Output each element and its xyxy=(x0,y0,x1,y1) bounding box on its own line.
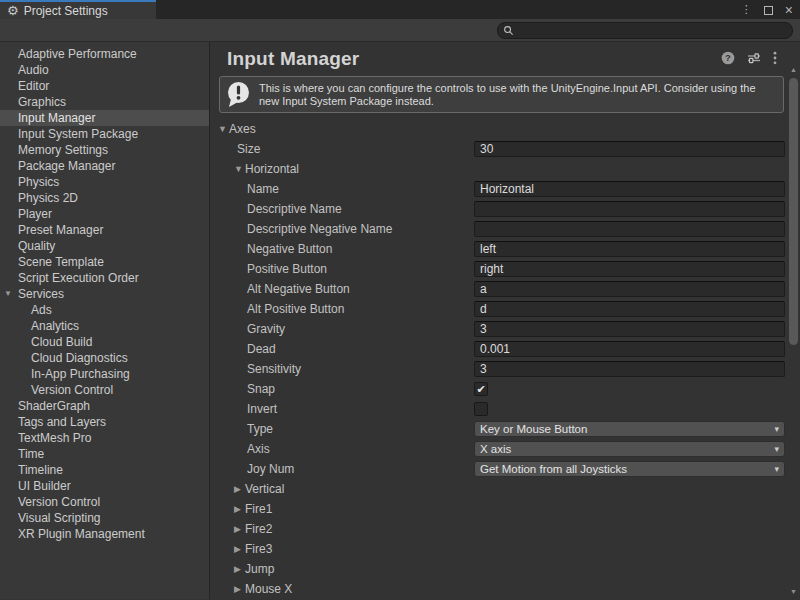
sidebar-item-version-control[interactable]: Version Control xyxy=(0,494,209,510)
axis-dropdown[interactable]: X axis▾ xyxy=(474,441,785,457)
property-label[interactable]: Fire2 xyxy=(245,519,272,539)
sidebar-item-quality[interactable]: Quality xyxy=(0,238,209,254)
sidebar-item-label: Script Execution Order xyxy=(18,271,139,285)
window-controls: ⋮ × xyxy=(741,0,793,19)
property-row-alt-positive-button: Alt Positive Button xyxy=(210,299,787,319)
scroll-down-icon[interactable]: ▼ xyxy=(787,586,800,598)
name-field[interactable] xyxy=(474,181,785,197)
sidebar-item-audio[interactable]: Audio xyxy=(0,62,209,78)
sidebar-item-script-execution-order[interactable]: Script Execution Order xyxy=(0,270,209,286)
sidebar-item-shadergraph[interactable]: ShaderGraph xyxy=(0,398,209,414)
foldout-closed-icon[interactable]: ▶ xyxy=(234,559,245,579)
search-box[interactable] xyxy=(497,22,793,39)
sidebar-item-label: Cloud Build xyxy=(31,335,92,349)
sidebar-item-label: Audio xyxy=(18,63,49,77)
sidebar-item-visual-scripting[interactable]: Visual Scripting xyxy=(0,510,209,526)
dropdown-value: Key or Mouse Button xyxy=(480,423,587,435)
scroll-up-icon[interactable]: ▲ xyxy=(787,64,800,76)
sidebar-item-physics[interactable]: Physics xyxy=(0,174,209,190)
type-dropdown[interactable]: Key or Mouse Button▾ xyxy=(474,421,785,437)
property-label[interactable]: Mouse X xyxy=(245,579,292,599)
foldout-closed-icon[interactable]: ▶ xyxy=(234,519,245,539)
sidebar-item-tags-and-layers[interactable]: Tags and Layers xyxy=(0,414,209,430)
sidebar-item-label: Ads xyxy=(31,303,52,317)
foldout-open-icon[interactable]: ▼ xyxy=(218,119,229,139)
sidebar-item-input-manager[interactable]: Input Manager xyxy=(0,110,209,126)
sidebar-item-label: Scene Template xyxy=(18,255,104,269)
sidebar-item-xr-plugin-management[interactable]: XR Plugin Management xyxy=(0,526,209,542)
sidebar-item-input-system-package[interactable]: Input System Package xyxy=(0,126,209,142)
foldout-closed-icon[interactable]: ▶ xyxy=(234,539,245,559)
sidebar-item-scene-template[interactable]: Scene Template xyxy=(0,254,209,270)
sidebar-item-label: Services xyxy=(18,287,64,301)
sidebar-item-physics-2d[interactable]: Physics 2D xyxy=(0,190,209,206)
sidebar-item-graphics[interactable]: Graphics xyxy=(0,94,209,110)
positive-button-field[interactable] xyxy=(474,261,785,277)
descriptive-name-field[interactable] xyxy=(474,201,785,217)
property-label[interactable]: Axes xyxy=(229,119,256,139)
sidebar-item-services[interactable]: ▼Services xyxy=(0,286,209,302)
sidebar-item-editor[interactable]: Editor xyxy=(0,78,209,94)
sidebar-item-ads[interactable]: Ads xyxy=(0,302,209,318)
joy-num-dropdown[interactable]: Get Motion from all Joysticks▾ xyxy=(474,461,785,477)
sidebar-item-adaptive-performance[interactable]: Adaptive Performance xyxy=(0,46,209,62)
property-label[interactable]: Vertical xyxy=(245,479,284,499)
sidebar-item-label: Input System Package xyxy=(18,127,138,141)
search-input[interactable] xyxy=(517,24,792,37)
property-label[interactable]: Fire1 xyxy=(245,499,272,519)
descriptive-negative-name-field[interactable] xyxy=(474,221,785,237)
more-icon[interactable] xyxy=(773,51,777,65)
foldout-closed-icon[interactable]: ▶ xyxy=(234,479,245,499)
foldout-open-icon[interactable]: ▼ xyxy=(234,159,245,179)
property-label[interactable]: Fire3 xyxy=(245,539,272,559)
property-label[interactable]: Horizontal xyxy=(245,159,299,179)
sidebar-item-analytics[interactable]: Analytics xyxy=(0,318,209,334)
negative-button-field[interactable] xyxy=(474,241,785,257)
sidebar-item-version-control[interactable]: Version Control xyxy=(0,382,209,398)
size-field[interactable] xyxy=(474,141,785,157)
close-icon[interactable]: × xyxy=(785,3,793,17)
sidebar-item-label: Cloud Diagnostics xyxy=(31,351,128,365)
vertical-scrollbar[interactable]: ▲ ▼ xyxy=(787,62,800,599)
maximize-icon[interactable] xyxy=(764,1,773,19)
sidebar-item-ui-builder[interactable]: UI Builder xyxy=(0,478,209,494)
property-label[interactable]: Jump xyxy=(245,559,274,579)
chevron-down-icon: ▾ xyxy=(774,462,779,477)
alt-positive-button-field[interactable] xyxy=(474,301,785,317)
sidebar-item-cloud-diagnostics[interactable]: Cloud Diagnostics xyxy=(0,350,209,366)
sidebar-item-textmesh-pro[interactable]: TextMesh Pro xyxy=(0,430,209,446)
property-row-dead: Dead xyxy=(210,339,787,359)
sidebar-item-cloud-build[interactable]: Cloud Build xyxy=(0,334,209,350)
sidebar-item-label: Physics xyxy=(18,175,59,189)
dead-field[interactable] xyxy=(474,341,785,357)
tab-project-settings[interactable]: ⚙ Project Settings xyxy=(0,0,156,19)
sidebar-item-label: Input Manager xyxy=(18,111,95,125)
property-row-jump: ▶Jump xyxy=(210,559,787,579)
invert-checkbox[interactable] xyxy=(474,402,488,416)
foldout-closed-icon[interactable]: ▶ xyxy=(234,499,245,519)
alt-negative-button-field[interactable] xyxy=(474,281,785,297)
help-icon[interactable]: ? xyxy=(721,51,735,65)
svg-text:?: ? xyxy=(725,52,731,63)
scrollbar-thumb[interactable] xyxy=(789,78,798,345)
property-row-snap: Snap✔ xyxy=(210,379,787,399)
sidebar-item-player[interactable]: Player xyxy=(0,206,209,222)
property-row-joy-num: Joy NumGet Motion from all Joysticks▾ xyxy=(210,459,787,479)
sidebar-item-in-app-purchasing[interactable]: In-App Purchasing xyxy=(0,366,209,382)
sidebar-item-time[interactable]: Time xyxy=(0,446,209,462)
sidebar-item-preset-manager[interactable]: Preset Manager xyxy=(0,222,209,238)
sidebar-item-label: In-App Purchasing xyxy=(31,367,130,381)
window-menu-icon[interactable]: ⋮ xyxy=(741,3,752,16)
sidebar-item-package-manager[interactable]: Package Manager xyxy=(0,158,209,174)
sidebar-item-memory-settings[interactable]: Memory Settings xyxy=(0,142,209,158)
snap-checkbox[interactable]: ✔ xyxy=(474,382,488,396)
property-label: Snap xyxy=(247,379,275,399)
foldout-open-icon[interactable]: ▼ xyxy=(4,286,12,302)
gravity-field[interactable] xyxy=(474,321,785,337)
property-row-size: Size xyxy=(210,139,787,159)
foldout-closed-icon[interactable]: ▶ xyxy=(234,579,245,599)
property-row-gravity: Gravity xyxy=(210,319,787,339)
sidebar-item-timeline[interactable]: Timeline xyxy=(0,462,209,478)
sensitivity-field[interactable] xyxy=(474,361,785,377)
presets-icon[interactable] xyxy=(747,52,761,64)
